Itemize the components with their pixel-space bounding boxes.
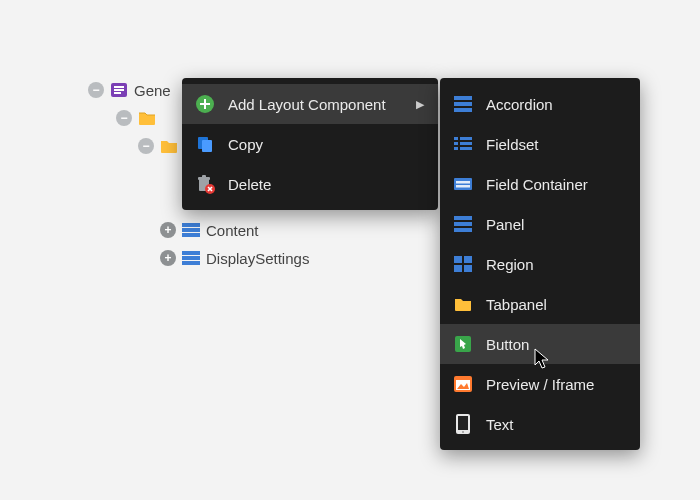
svg-rect-10 xyxy=(182,256,200,260)
svg-rect-27 xyxy=(460,137,472,140)
svg-rect-1 xyxy=(114,86,124,88)
text-device-icon xyxy=(452,413,474,435)
region-icon xyxy=(452,253,474,275)
svg-rect-23 xyxy=(454,96,472,100)
svg-rect-16 xyxy=(202,140,212,152)
menu-item-label: Accordion xyxy=(486,96,553,113)
trash-delete-icon xyxy=(194,173,216,195)
menu-item-label: Delete xyxy=(228,176,271,193)
submenu-item-tabpanel[interactable]: Tabpanel xyxy=(440,284,640,324)
tree-root-label: Gene xyxy=(134,82,171,99)
collapse-icon[interactable]: − xyxy=(116,110,132,126)
submenu-item-preview[interactable]: Preview / Iframe xyxy=(440,364,640,404)
fieldset-icon xyxy=(452,133,474,155)
class-icon xyxy=(110,81,128,99)
submenu-item-region[interactable]: Region xyxy=(440,244,640,284)
layout-submenu: Accordion Fieldset Field Container xyxy=(440,78,640,450)
panel-icon xyxy=(182,249,200,267)
menu-item-label: Tabpanel xyxy=(486,296,547,313)
submenu-item-text[interactable]: Text xyxy=(440,404,640,444)
plus-circle-icon xyxy=(194,93,216,115)
menu-item-label: Text xyxy=(486,416,514,433)
svg-rect-47 xyxy=(458,416,468,430)
svg-point-48 xyxy=(462,431,464,433)
svg-rect-37 xyxy=(454,228,472,232)
svg-rect-29 xyxy=(460,142,472,145)
svg-rect-25 xyxy=(454,108,472,112)
menu-item-delete[interactable]: Delete xyxy=(182,164,438,204)
tree-row-content[interactable]: + Content xyxy=(88,216,321,244)
submenu-item-accordion[interactable]: Accordion xyxy=(440,84,640,124)
button-icon xyxy=(452,333,474,355)
context-menu: Add Layout Component ▶ Copy xyxy=(182,78,438,210)
svg-rect-41 xyxy=(464,265,472,272)
copy-icon xyxy=(194,133,216,155)
svg-rect-26 xyxy=(454,137,458,140)
svg-rect-3 xyxy=(114,92,121,94)
svg-rect-2 xyxy=(114,89,124,91)
svg-rect-9 xyxy=(182,251,200,255)
svg-rect-7 xyxy=(182,228,200,232)
svg-rect-19 xyxy=(202,175,206,178)
collapse-icon[interactable]: − xyxy=(138,138,154,154)
panel-icon xyxy=(182,221,200,239)
svg-rect-24 xyxy=(454,102,472,106)
collapse-icon[interactable]: − xyxy=(88,82,104,98)
svg-rect-36 xyxy=(454,222,472,226)
svg-rect-14 xyxy=(200,103,210,105)
menu-item-label: Region xyxy=(486,256,534,273)
menu-item-label: Fieldset xyxy=(486,136,539,153)
expand-icon[interactable]: + xyxy=(160,222,176,238)
submenu-item-fieldset[interactable]: Fieldset xyxy=(440,124,640,164)
svg-rect-32 xyxy=(454,178,472,190)
submenu-item-field-container[interactable]: Field Container xyxy=(440,164,640,204)
field-container-icon xyxy=(452,173,474,195)
expand-icon[interactable]: + xyxy=(160,250,176,266)
panel-icon xyxy=(452,213,474,235)
svg-rect-35 xyxy=(454,216,472,220)
menu-item-copy[interactable]: Copy xyxy=(182,124,438,164)
folder-icon xyxy=(452,293,474,315)
preview-icon xyxy=(452,373,474,395)
menu-item-label: Panel xyxy=(486,216,524,233)
tree-row-display[interactable]: + DisplaySettings xyxy=(88,244,321,272)
svg-rect-30 xyxy=(454,147,458,150)
menu-item-add-layout-component[interactable]: Add Layout Component ▶ xyxy=(182,84,438,124)
tree-item-label: DisplaySettings xyxy=(206,250,309,267)
panel-icon xyxy=(452,93,474,115)
menu-item-label: Copy xyxy=(228,136,263,153)
folder-icon xyxy=(138,109,156,127)
submenu-item-panel[interactable]: Panel xyxy=(440,204,640,244)
svg-rect-34 xyxy=(456,185,470,188)
folder-icon xyxy=(160,137,178,155)
svg-rect-28 xyxy=(454,142,458,145)
svg-rect-40 xyxy=(454,265,462,272)
menu-item-label: Button xyxy=(486,336,529,353)
svg-rect-33 xyxy=(456,181,470,184)
menu-item-label: Add Layout Component xyxy=(228,96,386,113)
svg-rect-38 xyxy=(454,256,462,263)
tree-item-label: Content xyxy=(206,222,259,239)
submenu-item-button[interactable]: Button xyxy=(440,324,640,364)
svg-rect-31 xyxy=(460,147,472,150)
svg-rect-8 xyxy=(182,233,200,237)
svg-rect-39 xyxy=(464,256,472,263)
menu-item-label: Field Container xyxy=(486,176,588,193)
svg-rect-6 xyxy=(182,223,200,227)
svg-rect-11 xyxy=(182,261,200,265)
chevron-right-icon: ▶ xyxy=(416,98,424,111)
menu-item-label: Preview / Iframe xyxy=(486,376,594,393)
